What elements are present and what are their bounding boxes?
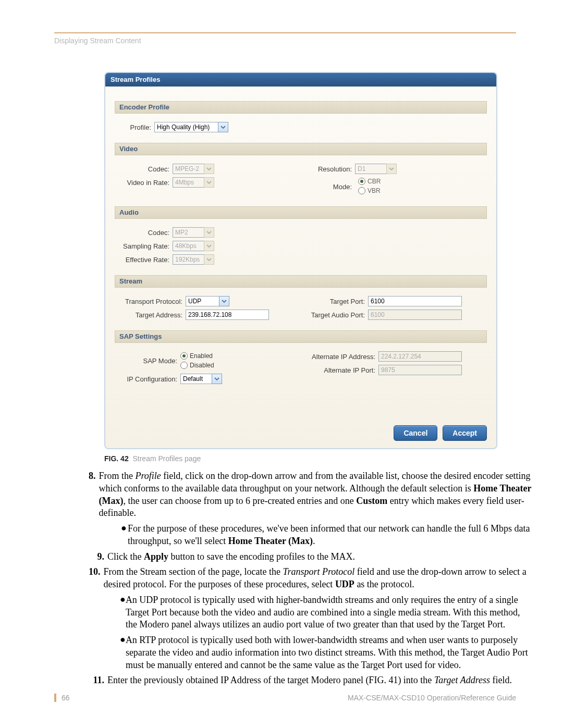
protocol-dropdown[interactable] [186,296,229,306]
target-audio-value [368,310,462,320]
bullet-item: ●An UDP protocol is typically used with … [120,594,532,631]
chevron-down-icon [204,164,214,174]
address-value[interactable] [186,310,269,320]
section-header: Displaying Stream Content [54,36,516,45]
accept-button[interactable]: Accept [443,425,487,441]
audio-codec-label: Codec: [120,229,173,237]
sap-mode-label: SAP Mode: [120,357,180,365]
resolution-dropdown[interactable] [355,164,397,174]
step-number: 9. [89,551,107,563]
sap-disabled-radio[interactable]: Disabled [180,362,214,369]
chevron-down-icon [204,241,214,251]
step-number: 11. [89,674,107,687]
effective-label: Effective Rate: [120,256,173,264]
step-text: From the Stream section of the page, loc… [104,566,532,591]
chevron-down-icon [386,164,397,174]
mode-vbr-radio[interactable]: VBR [358,187,381,194]
chevron-down-icon [204,227,214,238]
step-text: Enter the previously obtained IP Address… [107,674,512,687]
ipconf-dropdown[interactable] [180,374,222,384]
bullet-text: An UDP protocol is typically used with h… [126,594,532,631]
sap-enabled-label: Enabled [190,352,213,360]
step-8: 8. From the Profile field, click on the … [89,470,532,520]
mode-vbr-label: VBR [368,187,381,194]
guide-title: MAX-CSE/MAX-CSD10 Operation/Reference Gu… [348,694,516,702]
target-port-value[interactable] [368,296,462,306]
step-number: 8. [89,470,99,520]
chevron-down-icon[interactable] [218,122,228,132]
stream-profiles-panel: Stream Profiles Encoder Profile Profile:… [104,72,497,449]
step-10: 10. From the Stream section of the page,… [89,566,532,591]
mode-label: Mode: [302,183,355,191]
profile-dropdown[interactable] [154,122,228,132]
panel-title: Stream Profiles [105,73,496,87]
protocol-label: Transport Protocol: [120,298,186,305]
target-audio-field [368,310,462,320]
encoder-heading: Encoder Profile [115,101,487,114]
mode-cbr-label: CBR [368,178,381,185]
figure-number: FIG. 42 [104,454,129,463]
bullet-text: An RTP protocol is typically used both w… [126,634,532,671]
video-heading: Video [115,143,487,155]
mode-cbr-radio[interactable]: CBR [358,178,381,185]
altport-field [378,365,462,375]
bullet-text: For the purpose of these procedures, we'… [128,523,532,548]
stream-heading: Stream [115,275,487,288]
page-footer: 66 MAX-CSE/MAX-CSD10 Operation/Reference… [54,694,516,702]
altport-label: Alternate IP Port: [302,366,378,374]
video-rate-value [173,177,204,188]
altip-value [378,351,462,362]
altip-field [378,351,462,362]
sampling-label: Sampling Rate: [120,242,173,250]
video-codec-label: Codec: [120,165,173,173]
figure-caption: FIG. 42 Stream Profiles page [104,454,516,463]
address-field[interactable] [186,310,269,320]
audio-heading: Audio [115,206,487,219]
top-rule [54,32,516,33]
step-text: Click the Apply button to save the encod… [107,551,355,563]
sampling-value [173,241,204,251]
address-label: Target Address: [120,311,186,319]
bullet-icon: ● [120,523,128,548]
chevron-down-icon[interactable] [219,296,229,306]
step-9: 9. Click the Apply button to save the en… [89,551,532,563]
audio-codec-dropdown[interactable] [173,227,214,238]
target-port-field[interactable] [368,296,462,306]
ipconf-label: IP Configuration: [120,375,180,383]
step-text: From the Profile field, click on the dro… [99,470,532,520]
effective-dropdown[interactable] [173,254,214,265]
profile-label: Profile: [120,124,154,131]
video-rate-dropdown[interactable] [173,177,214,188]
target-audio-label: Target Audio Port: [302,311,368,319]
chevron-down-icon [204,254,214,265]
sap-heading: SAP Settings [115,330,487,343]
sap-enabled-radio[interactable]: Enabled [180,352,213,360]
resolution-label: Resolution: [302,165,355,173]
step-11: 11. Enter the previously obtained IP Add… [89,674,532,687]
audio-codec-value [173,227,204,238]
altip-label: Alternate IP Address: [302,353,378,361]
chevron-down-icon[interactable] [212,374,222,384]
figure-caption-text: Stream Profiles page [132,454,201,463]
sampling-dropdown[interactable] [173,241,214,251]
bullet-item: ●For the purpose of these procedures, we… [120,523,532,548]
ipconf-value[interactable] [180,374,212,384]
video-codec-value [173,164,204,174]
altport-value [378,365,462,375]
target-port-label: Target Port: [302,298,368,305]
document-body: 8. From the Profile field, click on the … [104,470,532,687]
step-number: 10. [89,566,104,591]
page-number: 66 [54,694,70,702]
bullet-item: ●An RTP protocol is typically used both … [120,634,532,671]
video-rate-label: Video in Rate: [120,179,173,187]
sap-disabled-label: Disabled [190,362,214,369]
effective-value [173,254,204,265]
protocol-value[interactable] [186,296,219,306]
chevron-down-icon [204,177,214,188]
bullet-icon: ● [120,594,126,631]
bullet-icon: ● [120,634,126,671]
cancel-button[interactable]: Cancel [394,425,437,441]
profile-value[interactable] [154,122,218,132]
video-codec-dropdown[interactable] [173,164,214,174]
resolution-value [355,164,386,174]
